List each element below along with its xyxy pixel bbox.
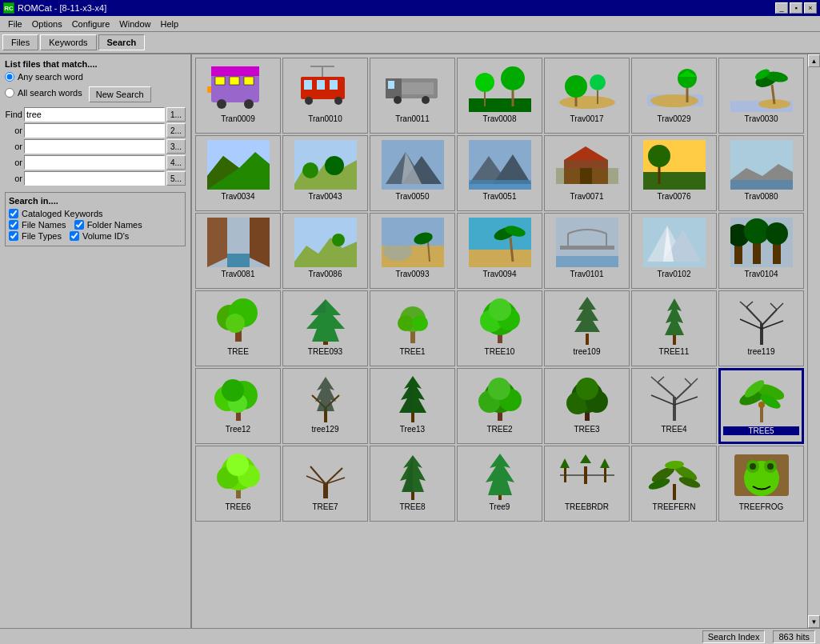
- grid-item-tree4[interactable]: TREE4: [631, 368, 717, 444]
- or-input-2[interactable]: [24, 139, 165, 154]
- find-btn-3[interactable]: 3...: [166, 139, 186, 154]
- grid-item-tree7[interactable]: TREE7: [282, 446, 368, 522]
- grid-item-trav0043[interactable]: Trav0043: [282, 135, 368, 211]
- svg-line-129: [746, 302, 753, 307]
- scrollbar[interactable]: ▲ ▼: [807, 54, 820, 628]
- or-input-1[interactable]: [24, 123, 165, 138]
- find-btn-2[interactable]: 2...: [166, 123, 186, 138]
- cb-volume-ids[interactable]: [70, 231, 79, 241]
- grid-item-tree119[interactable]: tree119: [718, 290, 804, 366]
- menu-help[interactable]: Help: [155, 18, 183, 30]
- svg-marker-188: [560, 458, 570, 468]
- svg-line-161: [685, 378, 691, 385]
- file-types-label: File Types: [22, 231, 62, 241]
- cell-image-trav0094: [468, 216, 532, 268]
- new-search-button[interactable]: New Search: [89, 86, 151, 102]
- grid-item-tree8[interactable]: TREE8: [370, 446, 455, 522]
- tab-search[interactable]: Search: [98, 34, 146, 50]
- left-panel: List files that match.... Any search wor…: [0, 54, 192, 628]
- grid-item-tree5[interactable]: TREE5: [718, 368, 804, 444]
- cb-file-types[interactable]: [9, 231, 18, 241]
- svg-rect-91: [556, 256, 618, 267]
- find-input[interactable]: tree: [24, 107, 165, 122]
- svg-line-131: [777, 303, 783, 310]
- grid-item-tree1[interactable]: TREE1: [370, 290, 455, 366]
- grid-item-trav0050[interactable]: Trav0050: [370, 135, 455, 211]
- cell-image-tree10: [468, 294, 532, 346]
- menu-options[interactable]: Options: [27, 18, 67, 30]
- grid-item-tree3[interactable]: TREE3: [544, 368, 630, 444]
- grid-item-trav0008[interactable]: Trav0008: [457, 58, 542, 134]
- find-btn-1[interactable]: 1...: [166, 107, 186, 122]
- grid-item-trav0104[interactable]: Trav0104: [718, 213, 804, 289]
- or-input-4[interactable]: [24, 171, 165, 186]
- cell-label-trav0050: Trav0050: [396, 192, 430, 201]
- grid-item-treefrog[interactable]: TREEFROG: [718, 446, 804, 522]
- svg-line-160: [658, 377, 664, 382]
- grid-item-trav0081[interactable]: Trav0081: [195, 213, 281, 289]
- svg-point-112: [398, 315, 414, 331]
- grid-item-trav0094[interactable]: Trav0094: [457, 213, 542, 289]
- grid-item-treefern[interactable]: TREEFERN: [631, 446, 717, 522]
- grid-item-tran0010[interactable]: Tran0010: [282, 58, 368, 134]
- restore-button[interactable]: ▪: [790, 2, 802, 14]
- grid-item-trav0029[interactable]: Trav0029: [631, 58, 717, 134]
- cell-image-trav0034: [206, 138, 270, 190]
- or-label-4: or: [5, 174, 22, 183]
- grid-item-tree11[interactable]: TREE11: [631, 290, 717, 366]
- grid-item-tree129[interactable]: tree129: [282, 368, 368, 444]
- grid-item-tree109[interactable]: tree109: [544, 290, 630, 366]
- find-btn-5[interactable]: 5...: [166, 171, 186, 186]
- or-input-3[interactable]: [24, 155, 165, 170]
- cb-cataloged-keywords[interactable]: [9, 209, 18, 218]
- grid-item-trav0086[interactable]: Trav0086: [282, 213, 368, 289]
- any-word-label: Any search word: [18, 72, 83, 82]
- grid-item-tree6[interactable]: TREE6: [195, 446, 281, 522]
- grid-item-trav0101[interactable]: Trav0101: [544, 213, 630, 289]
- file-names-label: File Names: [22, 220, 66, 230]
- right-panel: Tran0009Tran0010Tran0011Trav0008Trav0017…: [192, 54, 807, 628]
- grid-item-trav0093[interactable]: Trav0093: [370, 213, 455, 289]
- grid-item-trav0102[interactable]: Trav0102: [631, 213, 717, 289]
- svg-point-202: [767, 463, 774, 470]
- radio-all-words[interactable]: [5, 88, 14, 98]
- svg-rect-4: [244, 77, 254, 85]
- cb-file-names[interactable]: [9, 220, 18, 230]
- grid-item-trav0076[interactable]: Trav0076: [631, 135, 717, 211]
- minimize-button[interactable]: _: [775, 2, 788, 14]
- grid-item-tree12[interactable]: Tree12: [195, 368, 281, 444]
- tab-keywords[interactable]: Keywords: [40, 34, 96, 50]
- grid-item-trav0034[interactable]: Trav0034: [195, 135, 281, 211]
- grid-item-trav0071[interactable]: Trav0071: [544, 135, 630, 211]
- grid-item-tree10[interactable]: TREE10: [457, 290, 542, 366]
- grid-item-trav0051[interactable]: Trav0051: [457, 135, 542, 211]
- radio-any-word[interactable]: [5, 72, 14, 82]
- menu-window[interactable]: Window: [114, 18, 155, 30]
- grid-item-tree13[interactable]: Tree13: [370, 368, 455, 444]
- grid-item-tree093[interactable]: TREE093: [282, 290, 368, 366]
- cb-folder-names[interactable]: [74, 220, 84, 230]
- close-button[interactable]: ×: [804, 2, 817, 14]
- grid-item-tree[interactable]: TREE: [195, 290, 281, 366]
- grid-item-tree9[interactable]: Tree9: [457, 446, 542, 522]
- grid-item-treebrdr[interactable]: TREEBRDR: [544, 446, 630, 522]
- svg-point-102: [766, 222, 788, 245]
- svg-rect-69: [730, 180, 793, 190]
- grid-scroll[interactable]: Tran0009Tran0010Tran0011Trav0008Trav0017…: [192, 54, 807, 628]
- tab-files[interactable]: Files: [2, 34, 38, 50]
- find-btn-4[interactable]: 4...: [166, 155, 186, 170]
- grid-item-trav0017[interactable]: Trav0017: [544, 58, 630, 134]
- all-words-label: All search words: [18, 88, 82, 98]
- cell-label-trav0008: Trav0008: [483, 114, 517, 123]
- menu-configure[interactable]: Configure: [67, 18, 115, 30]
- cell-image-tree13: [381, 371, 445, 423]
- grid-item-tran0011[interactable]: Tran0011: [370, 58, 455, 134]
- grid-item-tree2[interactable]: TREE2: [457, 368, 542, 444]
- title-bar: RC ROMCat - [8-11-x3-x4] _ ▪ ×: [0, 0, 820, 16]
- svg-rect-1: [211, 66, 259, 76]
- grid-item-trav0030[interactable]: Trav0030: [718, 58, 804, 134]
- menu-file[interactable]: File: [3, 18, 27, 30]
- svg-rect-64: [643, 172, 706, 190]
- grid-item-trav0080[interactable]: Trav0080: [718, 135, 804, 211]
- grid-item-tran0009[interactable]: Tran0009: [195, 58, 281, 134]
